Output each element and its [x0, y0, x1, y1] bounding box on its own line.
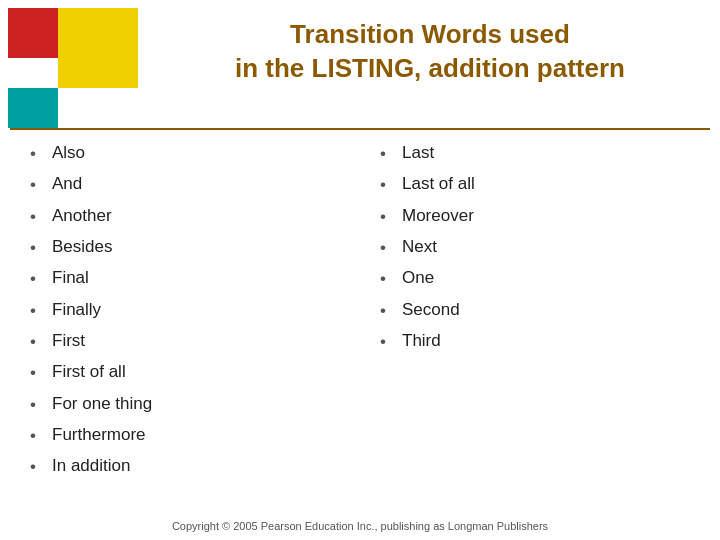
list-item: •For one thing: [30, 391, 360, 418]
list-item: •First of all: [30, 359, 360, 386]
deco-teal-square: [8, 88, 58, 128]
list-item: •And: [30, 171, 360, 198]
list-item: •Third: [380, 328, 710, 355]
title-area: Transition Words used in the LISTING, ad…: [160, 18, 700, 86]
bullet-icon: •: [30, 204, 46, 230]
left-column: •Also•And•Another•Besides•Final•Finally•…: [10, 140, 360, 485]
left-list: •Also•And•Another•Besides•Final•Finally•…: [30, 140, 360, 481]
list-item: •One: [380, 265, 710, 292]
bullet-icon: •: [380, 141, 396, 167]
title-divider: [10, 128, 710, 130]
bullet-icon: •: [380, 266, 396, 292]
list-item: •Final: [30, 265, 360, 292]
list-item: •Another: [30, 203, 360, 230]
right-column: •Last•Last of all•Moreover•Next•One•Seco…: [360, 140, 710, 485]
decorative-shapes: [0, 0, 160, 130]
list-item: •Also: [30, 140, 360, 167]
list-item: •Besides: [30, 234, 360, 261]
list-item: •Moreover: [380, 203, 710, 230]
list-item: •Finally: [30, 297, 360, 324]
deco-yellow-square: [58, 8, 138, 88]
bullet-icon: •: [30, 235, 46, 261]
deco-red-square: [8, 8, 58, 58]
bullet-icon: •: [380, 329, 396, 355]
bullet-icon: •: [30, 298, 46, 324]
bullet-icon: •: [30, 141, 46, 167]
bullet-icon: •: [30, 172, 46, 198]
bullet-icon: •: [30, 266, 46, 292]
list-item: •Last: [380, 140, 710, 167]
content-area: •Also•And•Another•Besides•Final•Finally•…: [10, 140, 710, 485]
bullet-icon: •: [380, 235, 396, 261]
bullet-icon: •: [380, 298, 396, 324]
list-item: •Last of all: [380, 171, 710, 198]
bullet-icon: •: [380, 172, 396, 198]
list-item: •Second: [380, 297, 710, 324]
list-item: •First: [30, 328, 360, 355]
bullet-icon: •: [30, 454, 46, 480]
list-item: •In addition: [30, 453, 360, 480]
bullet-icon: •: [30, 423, 46, 449]
bullet-icon: •: [30, 360, 46, 386]
right-list: •Last•Last of all•Moreover•Next•One•Seco…: [380, 140, 710, 355]
list-item: •Next: [380, 234, 710, 261]
bullet-icon: •: [30, 392, 46, 418]
footer: Copyright © 2005 Pearson Education Inc.,…: [0, 520, 720, 532]
footer-text: Copyright © 2005 Pearson Education Inc.,…: [172, 520, 548, 532]
bullet-icon: •: [380, 204, 396, 230]
page-title: Transition Words used in the LISTING, ad…: [160, 18, 700, 86]
bullet-icon: •: [30, 329, 46, 355]
list-item: •Furthermore: [30, 422, 360, 449]
